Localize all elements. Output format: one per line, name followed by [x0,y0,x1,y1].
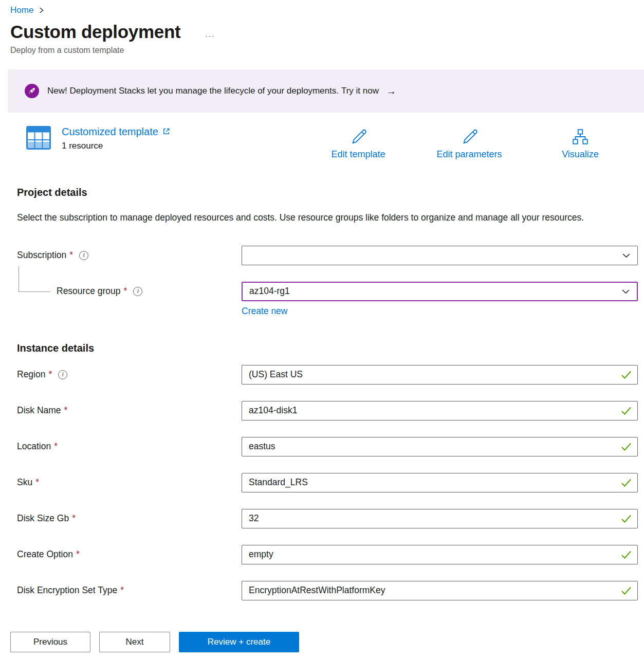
create-new-link[interactable]: Create new [242,306,288,316]
subscription-label: Subscription * i [17,250,242,261]
region-value: (US) East US [249,369,303,380]
create-option-label: Create Option * [17,549,242,560]
sku-label: Sku * [17,477,242,488]
page-title: Custom deployment [10,22,180,42]
disk-name-label: Disk Name * [17,405,242,416]
visualize-label: Visualize [562,149,599,160]
disk-size-label-text: Disk Size Gb [17,513,69,524]
title-row: Custom deployment ... [10,22,644,42]
info-glyph: i [62,371,64,378]
resource-group-value: az104-rg1 [249,286,290,297]
subscription-dropdown[interactable] [242,246,638,265]
pencil-icon [461,128,478,148]
instance-details-heading: Instance details [17,342,644,354]
region-field-row: Region * i (US) East US [17,365,638,385]
disk-name-value: az104-disk1 [249,405,297,416]
indent-connector-line [19,266,50,292]
info-icon[interactable]: i [133,287,142,296]
disk-name-input[interactable]: az104-disk1 [242,401,638,421]
checkmark-icon [621,406,632,415]
checkmark-icon [621,478,632,487]
info-icon[interactable]: i [79,251,88,260]
location-field-row: Location * eastus [17,437,638,456]
edit-parameters-button[interactable]: Edit parameters [431,128,508,160]
required-asterisk: * [54,441,58,452]
region-label-text: Region [17,369,45,380]
page-subtitle: Deploy from a custom template [10,46,644,55]
resource-group-field-row: Resource group * i az104-rg1 [17,282,638,301]
disk-size-input[interactable]: 32 [242,509,638,528]
location-label-text: Location [17,441,51,452]
template-info: Customized template 1 resource [26,126,170,151]
disk-encryption-set-type-value: EncryptionAtRestWithPlatformKey [249,585,385,596]
customized-template-link[interactable]: Customized template [62,126,170,138]
create-option-input[interactable]: empty [242,545,638,564]
external-link-icon [162,126,170,138]
disk-size-field-row: Disk Size Gb * 32 [17,509,638,528]
disk-encryption-set-type-label: Disk Encryption Set Type * [17,585,242,596]
region-label: Region * i [17,369,242,380]
template-actions: Edit template Edit parameters Visualiz [320,128,619,160]
region-input[interactable]: (US) East US [242,365,638,385]
checkmark-icon [621,550,632,559]
template-icon [26,126,51,151]
create-option-field-row: Create Option * empty [17,545,638,564]
project-details-heading: Project details [17,187,644,198]
project-details-description: Select the subscription to manage deploy… [17,210,613,226]
edit-template-button[interactable]: Edit template [320,128,397,160]
previous-button[interactable]: Previous [10,632,90,652]
chevron-down-icon [621,287,630,296]
sku-input[interactable]: Standard_LRS [242,473,638,492]
disk-name-field-row: Disk Name * az104-disk1 [17,401,638,421]
checkmark-icon [621,370,632,379]
required-asterisk: * [64,405,68,416]
disk-encryption-set-type-field-row: Disk Encryption Set Type * EncryptionAtR… [17,581,638,600]
subscription-label-text: Subscription [17,250,66,261]
arrow-right-icon[interactable]: → [386,85,396,97]
more-options-button[interactable]: ... [205,30,215,39]
breadcrumb-home-link[interactable]: Home [10,5,33,15]
info-icon[interactable]: i [58,370,67,379]
pencil-icon [349,128,367,148]
template-summary-row: Customized template 1 resource E [26,126,619,160]
disk-size-value: 32 [249,513,259,524]
deployment-stacks-banner: New! Deployment Stacks let you manage th… [8,69,644,113]
breadcrumb: Home [0,0,644,15]
info-glyph: i [137,287,139,295]
location-value: eastus [249,441,275,452]
customized-template-label[interactable]: Customized template [62,126,158,138]
disk-name-label-text: Disk Name [17,405,61,416]
rocket-icon [25,84,39,98]
chevron-down-icon [622,251,631,260]
review-create-button[interactable]: Review + create [179,632,299,652]
create-option-label-text: Create Option [17,549,73,560]
banner-try-it-now-link[interactable]: Try it now [341,86,379,96]
resource-group-label-text: Resource group [57,286,121,297]
required-asterisk: * [72,513,76,524]
disk-encryption-set-type-input[interactable]: EncryptionAtRestWithPlatformKey [242,581,638,600]
checkmark-icon [621,514,632,523]
footer-action-bar: Previous Next Review + create [0,626,644,658]
visualize-icon [572,128,589,148]
disk-encryption-set-type-label-text: Disk Encryption Set Type [17,585,117,596]
edit-template-label: Edit template [331,149,385,160]
edit-parameters-label: Edit parameters [436,149,502,160]
required-asterisk: * [48,369,52,380]
sku-field-row: Sku * Standard_LRS [17,473,638,492]
visualize-button[interactable]: Visualize [542,128,619,160]
location-label: Location * [17,441,242,452]
resource-group-label: Resource group * i [17,286,242,297]
banner-message: New! Deployment Stacks let you manage th… [47,86,339,96]
sku-label-text: Sku [17,477,32,488]
next-button[interactable]: Next [99,632,170,652]
create-new-row: Create new [242,306,644,317]
subscription-field-row: Subscription * i [17,246,638,265]
create-option-value: empty [249,549,273,560]
location-input[interactable]: eastus [242,437,638,456]
disk-size-label: Disk Size Gb * [17,513,242,524]
chevron-right-icon [39,7,44,14]
resource-group-dropdown[interactable]: az104-rg1 [242,282,638,301]
required-asterisk: * [120,585,124,596]
checkmark-icon [621,586,632,595]
checkmark-icon [621,442,632,451]
